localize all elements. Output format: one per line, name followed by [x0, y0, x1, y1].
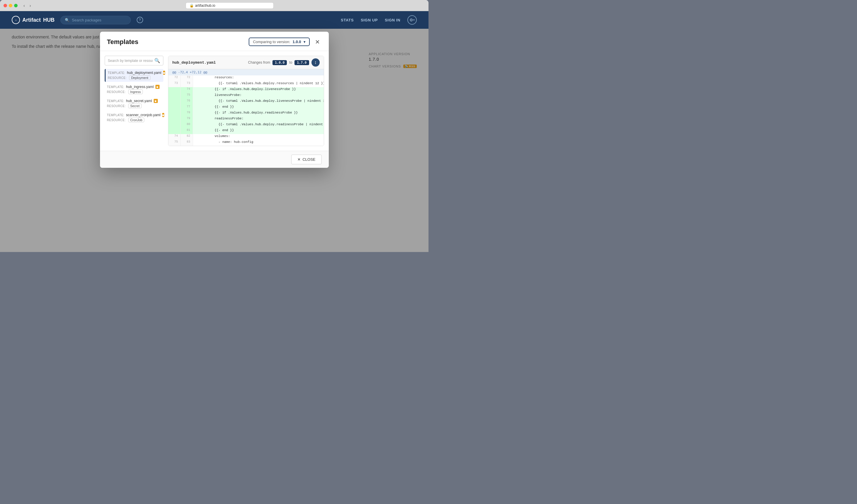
line-num-old — [168, 128, 181, 134]
diff-line: 7373 {{- toYaml .Values.hub.deploy.resou… — [168, 81, 324, 87]
template-icon-3: ◼ — [162, 113, 164, 117]
diff-content[interactable]: @@ -72,4 +72,12 @@ 7272 resources:7373 {… — [168, 69, 324, 146]
diff-line: 79 readinessProbe: — [168, 116, 324, 122]
url-display[interactable]: 🔒 artifacthub.io — [186, 2, 274, 9]
to-label: to — [289, 61, 292, 65]
diff-line: 7583 - name: hub-config — [168, 140, 324, 146]
template-label-1: TEMPLATE: — [107, 85, 124, 89]
diff-filename: hub_deployment.yaml — [172, 61, 216, 65]
line-num-new: 72 — [181, 75, 193, 81]
line-num-old: 75 — [168, 140, 181, 146]
modal-header-right: Comparing to version: 1.0.0 ▾ ✕ — [249, 37, 321, 46]
modal-footer: ✕ CLOSE — [100, 151, 329, 168]
line-num-new: 77 — [181, 105, 193, 111]
url-text: artifacthub.io — [195, 3, 215, 7]
template-search-input[interactable] — [108, 59, 152, 63]
settings-button[interactable]: ⚙ ▾ — [407, 15, 417, 24]
template-icon-1: ◼ — [155, 85, 159, 89]
resource-label-2: RESOURCE: — [107, 104, 126, 108]
comparing-version: 1.0.0 — [293, 39, 301, 44]
diff-viewer: hub_deployment.yaml Changes from 1.0.0 t… — [168, 56, 324, 146]
diff-line-content: {{- toYaml .Values.hub.deploy.resources … — [193, 81, 324, 87]
changes-from-label: Changes from — [248, 61, 270, 65]
line-num-new: 81 — [181, 128, 193, 134]
template-label-2: TEMPLATE: — [107, 99, 124, 103]
resource-label-0: RESOURCE: — [108, 76, 127, 80]
line-num-new: 75 — [181, 93, 193, 99]
line-num-new: 82 — [181, 134, 193, 140]
diff-expand-button[interactable]: ↕ — [312, 58, 320, 67]
forward-button[interactable]: › — [29, 3, 32, 9]
diff-line-content: {{- if .Values.hub.deploy.readinessProbe… — [193, 111, 324, 116]
diff-line: 81 {{- end }} — [168, 128, 324, 134]
template-item-secret[interactable]: TEMPLATE: hub_secret.yaml ◼ RESOURCE: Se… — [105, 97, 163, 110]
close-label: CLOSE — [302, 157, 315, 162]
template-item-deployment[interactable]: TEMPLATE: hub_deployment.yaml ◼ RESOURCE… — [105, 69, 163, 82]
sidebar-search[interactable]: 🔍 — [105, 56, 163, 65]
search-icon: 🔍 — [65, 18, 69, 22]
search-input[interactable] — [72, 18, 127, 22]
line-num-new: 73 — [181, 81, 193, 87]
line-num-old: 72 — [168, 75, 181, 81]
diff-line: 7482 volumes: — [168, 134, 324, 140]
diff-line-content: resources: — [193, 75, 324, 81]
line-num-new: 74 — [181, 87, 193, 93]
help-icon[interactable]: ? — [137, 17, 143, 23]
minimize-traffic-light[interactable] — [9, 4, 12, 7]
diff-line: 78 {{- if .Values.hub.deploy.readinessPr… — [168, 111, 324, 116]
resource-label-3: RESOURCE: — [107, 119, 126, 122]
logo-hub: HUB — [43, 17, 54, 23]
gear-icon: ⚙ — [409, 18, 413, 22]
line-num-old — [168, 122, 181, 128]
line-num-new: 83 — [181, 140, 193, 146]
signin-link[interactable]: SIGN IN — [385, 18, 400, 22]
template-label-0: TEMPLATE: — [108, 71, 125, 74]
diff-line-content: {{- end }} — [193, 128, 324, 134]
diff-line: 74 {{- if .Values.hub.deploy.livenessPro… — [168, 87, 324, 93]
modal-overlay: Templates Comparing to version: 1.0.0 ▾ … — [0, 29, 428, 252]
diff-line: 75 livenessProbe: — [168, 93, 324, 99]
lock-icon: 🔒 — [189, 3, 194, 7]
maximize-traffic-light[interactable] — [14, 4, 18, 7]
close-button[interactable]: ✕ CLOSE — [291, 155, 321, 164]
app-logo[interactable]: ○ ArtifactHUB — [12, 16, 54, 24]
comparing-label: Comparing to version: — [253, 39, 290, 44]
signup-link[interactable]: SIGN UP — [361, 18, 378, 22]
modal-header: Templates Comparing to version: 1.0.0 ▾ … — [100, 32, 329, 51]
traffic-lights — [3, 4, 18, 7]
modal-close-x-button[interactable]: ✕ — [313, 38, 322, 46]
modal-title: Templates — [107, 38, 138, 46]
template-label-3: TEMPLATE: — [107, 114, 124, 117]
diff-chunk-header: @@ -72,4 +72,12 @@ — [168, 69, 324, 75]
stats-link[interactable]: STATS — [341, 18, 354, 22]
diff-line-content: {{- if .Values.hub.deploy.livenessProbe … — [193, 87, 324, 93]
line-num-new: 78 — [181, 111, 193, 116]
resource-badge-0: Deployment — [129, 75, 150, 80]
version-selector[interactable]: Comparing to version: 1.0.0 ▾ — [249, 37, 309, 46]
line-num-old — [168, 87, 181, 93]
resource-label-1: RESOURCE: — [107, 90, 126, 94]
line-num-old — [168, 99, 181, 105]
close-traffic-light[interactable] — [3, 4, 7, 7]
line-num-old — [168, 116, 181, 122]
search-icon: 🔍 — [154, 58, 160, 63]
diff-line-content: livenessProbe: — [193, 93, 324, 99]
diff-line-content: - name: hub-config — [193, 140, 324, 146]
template-item-ingress[interactable]: TEMPLATE: hub_ingress.yaml ◼ RESOURCE: I… — [105, 83, 163, 96]
diff-header: hub_deployment.yaml Changes from 1.0.0 t… — [168, 56, 324, 69]
line-num-new: 80 — [181, 122, 193, 128]
diff-line: 77 {{- end }} — [168, 105, 324, 111]
resource-badge-2: Secret — [128, 104, 142, 108]
to-version-tag: 1.7.0 — [295, 60, 309, 65]
from-version-tag: 1.0.0 — [272, 60, 287, 65]
back-button[interactable]: ‹ — [22, 3, 26, 9]
close-icon: ✕ — [297, 157, 301, 162]
diff-line-content: {{- end }} — [193, 105, 324, 111]
page-background: duction environment. The default values … — [0, 29, 428, 252]
line-num-new: 79 — [181, 116, 193, 122]
template-name-1: hub_ingress.yaml — [126, 85, 154, 89]
line-num-old — [168, 111, 181, 116]
search-bar[interactable]: 🔍 — [61, 16, 131, 24]
template-item-cronjob[interactable]: TEMPLATE: scanner_cronjob.yaml ◼ RESOURC… — [105, 111, 163, 124]
templates-modal: Templates Comparing to version: 1.0.0 ▾ … — [100, 32, 329, 168]
